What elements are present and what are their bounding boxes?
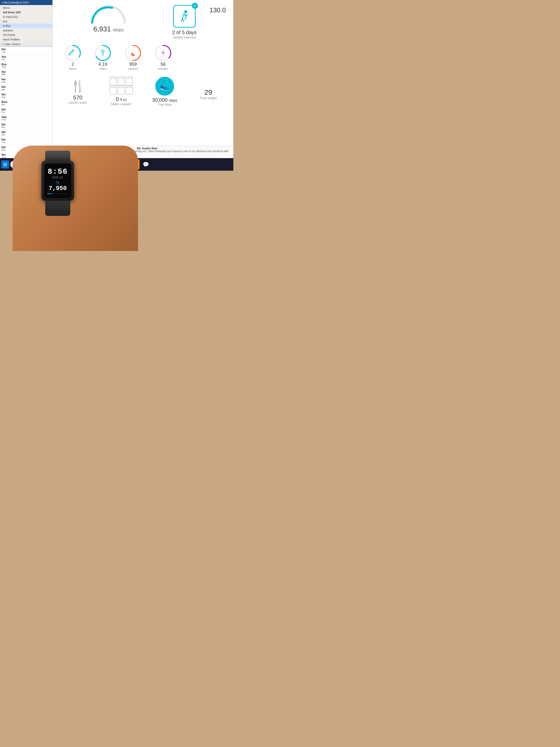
minutes-circle (154, 44, 172, 62)
calories-eaten-value: 570 (73, 94, 83, 101)
sidebar-item-items[interactable]: Items (0, 5, 52, 10)
email-subject: Sub (1, 81, 51, 83)
track-weight-value: 29 (204, 83, 212, 96)
list-item[interactable]: Nol I ha (0, 137, 52, 145)
email-subject: I ha (1, 51, 51, 53)
steps-count: 6,931 steps (58, 25, 159, 33)
water-cup (126, 78, 133, 85)
fitbit-watch: 8:56 FEB 29 👣 7,950 (33, 151, 83, 221)
date-label: Date: Yesterd (0, 42, 52, 47)
list-item[interactable]: Nol Affe (0, 70, 52, 77)
fitbit-app: 6,931 steps (53, 0, 233, 151)
sidebar-item-feeds[interactable]: SS Feeds (0, 33, 52, 37)
email-sender: Nol (1, 78, 51, 81)
watch-progress-bar (47, 193, 69, 194)
sidebar-item-search-folders[interactable]: earch Folders (0, 37, 52, 42)
list-item[interactable]: Nol I ha (0, 47, 52, 54)
calories-eaten-label: calories eaten (69, 101, 87, 104)
email-sender: Nol (1, 48, 51, 51)
fork-knife-icon: 🍴 (70, 79, 85, 93)
list-item[interactable]: Satc Hi N (0, 115, 52, 122)
email-sender: Nol (1, 123, 51, 126)
calories-eaten-item: 🍴 570 calories eaten (59, 79, 97, 104)
sidebar-item-roy[interactable]: is Roy (0, 24, 52, 28)
challenge-item: 👟 30,000 steps Trail Shoe (146, 77, 184, 106)
stats-row: 2 floors 4.19 miles (58, 44, 228, 71)
watch-band-top (45, 151, 70, 161)
list-item[interactable]: Bria Thai (0, 62, 52, 70)
list-item[interactable]: Nol Fro (0, 107, 52, 115)
sidebar-item-ted-items[interactable]: ted Items 104 (0, 10, 52, 15)
runner-icon (177, 9, 192, 24)
water-cup (118, 86, 125, 95)
list-item[interactable]: Nol Sub (0, 77, 52, 84)
weight-value: 130.0 (210, 4, 228, 14)
bottom-section: 🍴 570 calories eaten 0 fl oz (58, 77, 228, 106)
track-weight-item: 29 Track weight (189, 83, 227, 100)
watch-band-bottom (45, 201, 70, 216)
email-subject: Affe (1, 73, 51, 76)
challenge-name: Trail Shoe (158, 103, 171, 106)
water-sublabel: Make a splash! (111, 102, 131, 106)
svg-point-0 (184, 10, 187, 13)
email-subject: Wh (1, 133, 51, 136)
watch-body: 8:56 FEB 29 👣 7,950 (42, 161, 74, 201)
minutes-label: minutes (158, 67, 168, 71)
email-sender: Bria (1, 63, 51, 66)
list-item[interactable]: Barb Nol (0, 100, 52, 107)
steps-arc (88, 4, 129, 24)
water-item: 0 fl oz Make a splash! (102, 78, 140, 106)
water-cups-grid (110, 78, 133, 95)
email-sender: Nol (1, 131, 51, 133)
exercise-icon (173, 5, 196, 28)
sidebar-item-email[interactable]: E-mail [141] (0, 15, 52, 19)
water-cup (118, 78, 125, 85)
email-sender: Satc (1, 116, 51, 119)
miles-label: miles (99, 67, 106, 71)
email-sender: Barb (1, 101, 51, 103)
email-sender: Nol (1, 71, 51, 73)
sidebar-item-arantine[interactable]: arantine (0, 28, 52, 33)
email-subject: I ha (1, 141, 51, 144)
water-cup (110, 78, 117, 85)
email-sender: Nol (1, 85, 51, 88)
monitor: s.McCorkle@LA.GOV Items ted Items 104 E-… (0, 0, 233, 171)
start-button[interactable]: ⊞ (1, 160, 9, 169)
watch-progress-fill (47, 193, 53, 194)
exercise-badge (192, 3, 198, 9)
watch-date: FEB 29 (52, 176, 63, 179)
floors-circle (64, 44, 82, 62)
list-item[interactable]: Nol Wh (0, 130, 52, 137)
list-item[interactable]: Vict Altr (0, 54, 52, 62)
footstep-icon: 👣 (56, 181, 59, 184)
sidebar-email: s.McCorkle@LA.GOV (0, 0, 52, 5)
floors-value: 2 (72, 62, 74, 67)
taskbar-icon-chat[interactable]: 💬 (141, 159, 151, 170)
weekly-exercise-label: weekly exercise (173, 35, 196, 39)
challenge-steps: 30,000 steps (152, 97, 177, 103)
list-item[interactable]: Nol We (0, 84, 52, 92)
water-value: 0 fl oz (116, 96, 127, 102)
track-weight-label: Track weight (200, 96, 217, 100)
calories-label: calories (128, 67, 138, 71)
email-subject: Thai (1, 66, 51, 68)
email-subject: Nol (1, 103, 51, 106)
sidebar-item-box[interactable]: box (0, 19, 52, 24)
email-subject: Nol (1, 126, 51, 129)
list-item[interactable]: Nol Sub (0, 92, 52, 100)
miles-circle (94, 44, 112, 62)
watch-steps: 7,950 (49, 185, 67, 192)
floors-label: floors (69, 67, 76, 71)
stat-floors: 2 floors (60, 44, 85, 71)
email-subject: Sub (1, 96, 51, 98)
weekly-exercise-count: 2 of 5 days (172, 30, 197, 35)
watch-time: 8:56 (48, 168, 68, 176)
stat-minutes: 56 minutes (151, 44, 176, 71)
water-cup (110, 86, 117, 95)
calories-circle (124, 44, 142, 62)
email-sender: Nol (1, 108, 51, 111)
sidebar: s.McCorkle@LA.GOV Items ted Items 104 E-… (0, 0, 53, 171)
email-sender: Nol (1, 138, 51, 141)
email-subject: Hi N (1, 119, 51, 121)
list-item[interactable]: Nol Nol (0, 122, 52, 130)
